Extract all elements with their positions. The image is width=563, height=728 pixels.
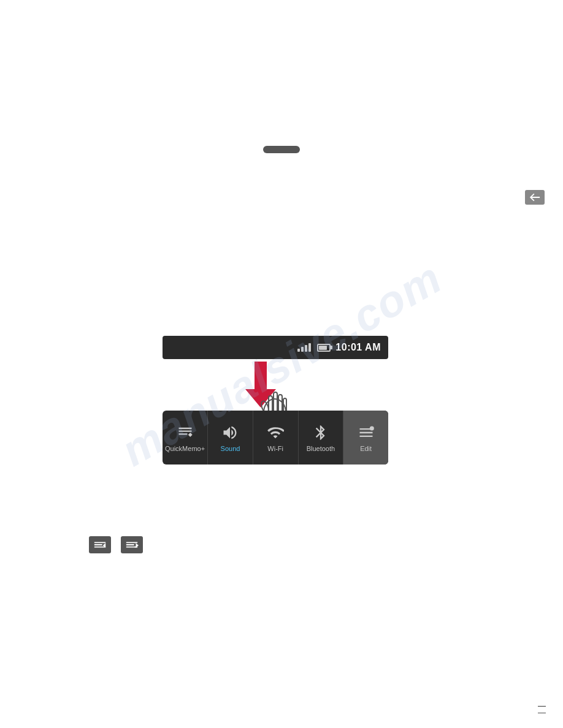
svg-rect-3 (274, 392, 277, 413)
minus-list-icon (93, 539, 107, 550)
quick-memo-icon (175, 423, 195, 442)
status-time: 10:01 AM (335, 342, 381, 353)
panel-label-wifi: Wi-Fi (267, 445, 283, 452)
back-button[interactable] (525, 190, 545, 205)
panel-label-bluetooth: Bluetooth (307, 445, 335, 452)
svg-marker-0 (245, 362, 276, 408)
panel-item-wifi[interactable]: Wi-Fi (253, 411, 299, 464)
signal-icon (297, 343, 311, 352)
quick-panel: QuickMemo+ Sound Wi-Fi Bluetooth (163, 411, 388, 464)
back-arrow-icon (529, 193, 540, 202)
wifi-icon (266, 423, 285, 442)
panel-item-bluetooth[interactable]: Bluetooth (299, 411, 344, 464)
bottom-icons (89, 536, 143, 553)
panel-item-edit[interactable]: Edit (343, 411, 388, 464)
edit-icon (356, 423, 376, 442)
panel-item-quickmemo[interactable]: QuickMemo+ (163, 411, 208, 464)
sound-icon (220, 423, 240, 442)
panel-label-quickmemo: QuickMemo+ (165, 445, 205, 452)
remove-list-icon-box[interactable] (89, 536, 111, 553)
plus-list-icon (125, 539, 139, 550)
panel-label-edit: Edit (360, 445, 372, 452)
page-number: — (538, 706, 546, 717)
panel-label-sound: Sound (221, 445, 240, 452)
top-pill (263, 146, 300, 153)
svg-point-7 (369, 427, 373, 431)
add-list-icon-box[interactable] (121, 536, 143, 553)
battery-icon (317, 344, 331, 352)
panel-item-sound[interactable]: Sound (208, 411, 253, 464)
bluetooth-icon (311, 423, 331, 442)
